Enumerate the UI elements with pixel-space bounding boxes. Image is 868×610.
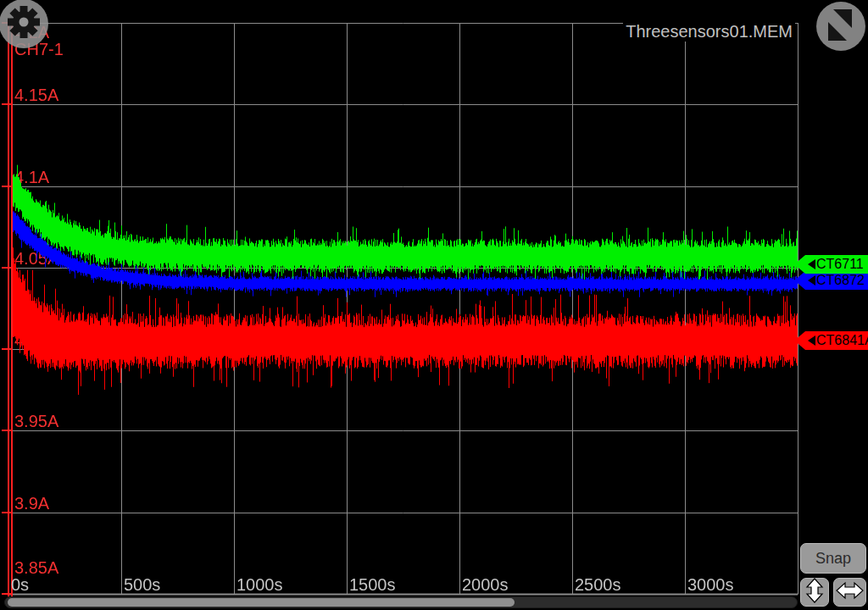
vertical-scroll-button[interactable] — [800, 578, 829, 607]
horizontal-arrows-icon — [836, 580, 864, 604]
expand-view-button[interactable] — [816, 2, 865, 51]
flag-arrow-icon — [808, 259, 815, 269]
flag-arrow-icon — [808, 336, 815, 346]
channel-flag[interactable]: CT6872 — [794, 271, 868, 290]
horizontal-scrollbar-track[interactable] — [4, 596, 798, 608]
channel-flag[interactable]: CT6841A — [794, 331, 868, 350]
vertical-arrows-icon — [803, 578, 826, 607]
channel-flag[interactable]: CT6711 — [794, 255, 868, 274]
horizontal-scrollbar-thumb[interactable] — [8, 598, 515, 607]
filename-label: Threesensors01.MEM — [623, 22, 795, 42]
expand-diagonal-icon — [816, 0, 865, 53]
flag-label: CT6872 — [816, 273, 865, 288]
waveform-traces-canvas — [0, 0, 868, 610]
flag-label: CT6841A — [816, 333, 868, 348]
gear-icon — [5, 3, 42, 44]
snap-button-label: Snap — [815, 550, 851, 568]
horizontal-scroll-button[interactable] — [833, 578, 866, 607]
flag-label: CT6711 — [816, 257, 864, 272]
snap-button[interactable]: Snap — [800, 543, 866, 574]
recorder-screen: 4.2A4.15A4.1A4.05A4A3.95A3.9A3.85A 0s500… — [0, 0, 868, 610]
flag-arrow-icon — [808, 275, 815, 286]
settings-button[interactable] — [0, 0, 48, 48]
